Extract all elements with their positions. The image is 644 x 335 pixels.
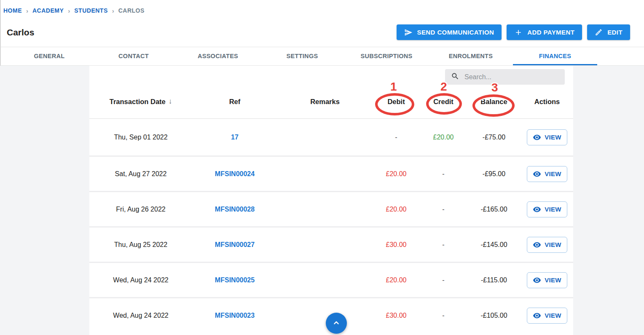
view-label: VIEW — [545, 276, 561, 284]
view-button[interactable]: VIEW — [527, 237, 567, 253]
cell-balance: -£165.00 — [467, 206, 521, 213]
eye-icon — [533, 241, 541, 249]
cell-credit: - — [420, 312, 467, 319]
view-button[interactable]: VIEW — [527, 166, 567, 182]
cell-credit: £20.00 — [420, 134, 467, 141]
cell-debit: £30.00 — [373, 312, 420, 319]
page-header: Carlos SEND COMMUNICATION ADD PAYMENT ED… — [0, 21, 644, 47]
tab-subscriptions[interactable]: SUBSCRIPTIONS — [344, 47, 429, 65]
search-row — [89, 66, 573, 85]
column-header-balance[interactable]: Balance — [467, 98, 521, 106]
cell-debit: £20.00 — [373, 170, 420, 178]
main-area: Transaction Date ↓ Ref Remarks Debit Cre… — [0, 66, 644, 335]
cell-transaction-date: Thu, Sep 01 2022 — [89, 134, 192, 141]
column-header-transaction-date[interactable]: Transaction Date ↓ — [89, 97, 192, 106]
cell-credit: - — [420, 276, 467, 284]
plus-icon — [514, 28, 523, 37]
tab-settings[interactable]: SETTINGS — [260, 47, 344, 65]
cell-credit: - — [420, 206, 467, 213]
sort-desc-icon: ↓ — [169, 97, 172, 106]
column-header-ref[interactable]: Ref — [192, 98, 277, 106]
breadcrumb-home[interactable]: HOME — [3, 7, 22, 14]
cell-transaction-date: Thu, Aug 25 2022 — [89, 241, 192, 249]
breadcrumb-separator: › — [112, 7, 114, 14]
breadcrumb-separator: › — [68, 7, 70, 14]
view-label: VIEW — [545, 241, 561, 248]
scroll-to-top-button[interactable] — [326, 313, 347, 334]
breadcrumb: HOME › ACADEMY › STUDENTS › CARLOS — [0, 0, 644, 21]
add-payment-button[interactable]: ADD PAYMENT — [507, 24, 582, 40]
header-actions: SEND COMMUNICATION ADD PAYMENT EDIT — [397, 24, 630, 40]
column-header-debit[interactable]: Debit — [373, 98, 420, 106]
tab-contact[interactable]: CONTACT — [91, 47, 176, 65]
eye-icon — [533, 133, 541, 142]
cell-ref-link[interactable]: 17 — [192, 134, 277, 141]
view-button[interactable]: VIEW — [527, 272, 567, 288]
edit-button[interactable]: EDIT — [587, 24, 630, 40]
cell-balance: -£105.00 — [467, 312, 521, 319]
send-communication-button[interactable]: SEND COMMUNICATION — [397, 24, 502, 40]
cell-debit: £20.00 — [373, 206, 420, 213]
cell-transaction-date: Fri, Aug 26 2022 — [89, 206, 192, 213]
tab-associates[interactable]: ASSOCIATES — [176, 47, 260, 65]
search-icon — [451, 72, 459, 82]
table-row: Thu, Aug 25 2022 MFSIN00027 £30.00 - -£1… — [89, 226, 573, 262]
cell-ref-link[interactable]: MFSIN00027 — [192, 241, 277, 249]
cell-ref-link[interactable]: MFSIN00025 — [192, 276, 277, 284]
edit-label: EDIT — [607, 29, 623, 36]
eye-icon — [533, 205, 541, 214]
view-label: VIEW — [545, 134, 561, 141]
breadcrumb-students[interactable]: STUDENTS — [74, 7, 107, 14]
table-row: Sat, Aug 27 2022 MFSIN00024 £20.00 - -£9… — [89, 155, 573, 191]
table-row: Wed, Aug 24 2022 MFSIN00025 £20.00 - -£1… — [89, 262, 573, 297]
view-button[interactable]: VIEW — [527, 308, 567, 324]
view-label: VIEW — [545, 312, 561, 319]
tab-general[interactable]: GENERAL — [7, 47, 91, 65]
table-header: Transaction Date ↓ Ref Remarks Debit Cre… — [89, 85, 573, 119]
page-title: Carlos — [7, 27, 34, 38]
tab-finances[interactable]: FINANCES — [513, 47, 597, 65]
add-payment-label: ADD PAYMENT — [527, 29, 574, 36]
cell-debit: £30.00 — [373, 241, 420, 249]
column-header-remarks[interactable]: Remarks — [277, 98, 373, 106]
column-label-transaction-date: Transaction Date — [110, 98, 166, 106]
send-communication-label: SEND COMMUNICATION — [417, 29, 494, 36]
chevron-up-icon — [332, 318, 341, 329]
cell-transaction-date: Wed, Aug 24 2022 — [89, 312, 192, 319]
page-left-edge — [0, 0, 1, 66]
eye-icon — [533, 276, 541, 284]
view-button[interactable]: VIEW — [527, 201, 567, 217]
search-box[interactable] — [445, 69, 565, 85]
view-label: VIEW — [545, 170, 561, 177]
finances-panel: Transaction Date ↓ Ref Remarks Debit Cre… — [89, 66, 573, 335]
cell-ref-link[interactable]: MFSIN00028 — [192, 206, 277, 213]
cell-ref-link[interactable]: MFSIN00024 — [192, 170, 277, 178]
search-input[interactable] — [464, 73, 565, 81]
table-row: Fri, Aug 26 2022 MFSIN00028 £20.00 - -£1… — [89, 191, 573, 226]
cell-credit: - — [420, 241, 467, 249]
cell-transaction-date: Wed, Aug 24 2022 — [89, 276, 192, 284]
cell-balance: -£75.00 — [467, 134, 521, 141]
cell-balance: -£115.00 — [467, 276, 521, 284]
cell-transaction-date: Sat, Aug 27 2022 — [89, 170, 192, 178]
eye-icon — [533, 170, 541, 178]
cell-balance: -£145.00 — [467, 241, 521, 249]
cell-ref-link[interactable]: MFSIN00023 — [192, 312, 277, 319]
breadcrumb-academy[interactable]: ACADEMY — [32, 7, 64, 14]
eye-icon — [533, 311, 541, 320]
cell-balance: -£95.00 — [467, 170, 521, 178]
pencil-icon — [595, 28, 603, 36]
table-row: Thu, Sep 01 2022 17 - £20.00 -£75.00 VIE… — [89, 119, 573, 155]
tab-enrolments[interactable]: ENROLMENTS — [429, 47, 513, 65]
tab-bar: GENERAL CONTACT ASSOCIATES SETTINGS SUBS… — [0, 47, 644, 66]
column-header-credit[interactable]: Credit — [420, 98, 467, 106]
cell-debit: - — [373, 134, 420, 141]
cell-credit: - — [420, 170, 467, 178]
breadcrumb-separator: › — [26, 7, 28, 14]
view-label: VIEW — [545, 206, 561, 213]
breadcrumb-current-carlos: CARLOS — [118, 7, 145, 14]
cell-debit: £20.00 — [373, 276, 420, 284]
view-button[interactable]: VIEW — [527, 129, 567, 145]
send-icon — [404, 28, 413, 37]
column-header-actions: Actions — [521, 98, 573, 106]
